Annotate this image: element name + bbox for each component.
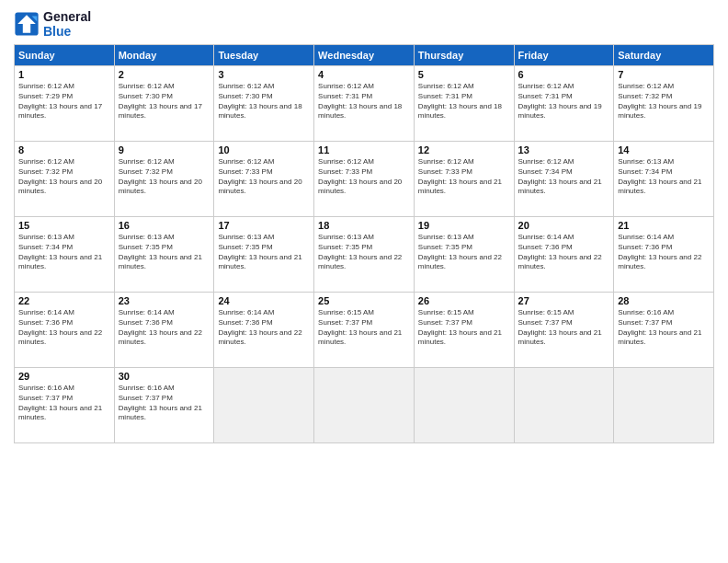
weekday-header-sunday: Sunday bbox=[15, 45, 115, 66]
day-number: 17 bbox=[218, 220, 310, 231]
day-cell: 1 Sunrise: 6:12 AM Sunset: 7:29 PM Dayli… bbox=[15, 66, 115, 142]
day-cell: 20 Sunrise: 6:14 AM Sunset: 7:36 PM Dayl… bbox=[514, 217, 614, 293]
day-cell: 3 Sunrise: 6:12 AM Sunset: 7:30 PM Dayli… bbox=[214, 66, 314, 142]
logo: General Blue bbox=[14, 9, 91, 39]
day-info: Sunrise: 6:12 AM Sunset: 7:33 PM Dayligh… bbox=[418, 157, 510, 197]
day-number: 9 bbox=[119, 144, 210, 155]
logo-icon bbox=[14, 11, 40, 37]
day-cell: 28 Sunrise: 6:16 AM Sunset: 7:37 PM Dayl… bbox=[614, 293, 714, 368]
day-info: Sunrise: 6:13 AM Sunset: 7:35 PM Dayligh… bbox=[218, 233, 310, 272]
day-number: 30 bbox=[119, 371, 210, 382]
day-number: 11 bbox=[318, 144, 410, 155]
day-cell: 10 Sunrise: 6:12 AM Sunset: 7:33 PM Dayl… bbox=[214, 142, 314, 217]
day-info: Sunrise: 6:15 AM Sunset: 7:37 PM Dayligh… bbox=[318, 308, 410, 348]
day-info: Sunrise: 6:12 AM Sunset: 7:33 PM Dayligh… bbox=[318, 157, 410, 197]
day-info: Sunrise: 6:12 AM Sunset: 7:31 PM Dayligh… bbox=[418, 82, 510, 121]
day-number: 28 bbox=[618, 295, 710, 306]
day-cell: 27 Sunrise: 6:15 AM Sunset: 7:37 PM Dayl… bbox=[514, 293, 614, 368]
day-number: 14 bbox=[618, 144, 710, 155]
day-info: Sunrise: 6:16 AM Sunset: 7:37 PM Dayligh… bbox=[119, 384, 210, 423]
weekday-header-wednesday: Wednesday bbox=[314, 45, 415, 66]
empty-cell bbox=[314, 368, 415, 443]
day-number: 29 bbox=[18, 371, 110, 382]
day-cell: 11 Sunrise: 6:12 AM Sunset: 7:33 PM Dayl… bbox=[314, 142, 415, 217]
day-cell: 30 Sunrise: 6:16 AM Sunset: 7:37 PM Dayl… bbox=[114, 368, 214, 443]
day-number: 13 bbox=[518, 144, 610, 155]
day-number: 8 bbox=[18, 144, 110, 155]
day-info: Sunrise: 6:13 AM Sunset: 7:34 PM Dayligh… bbox=[18, 233, 110, 272]
day-number: 4 bbox=[318, 69, 410, 80]
day-number: 1 bbox=[18, 69, 110, 80]
day-info: Sunrise: 6:12 AM Sunset: 7:29 PM Dayligh… bbox=[18, 82, 110, 121]
calendar-week-row: 8 Sunrise: 6:12 AM Sunset: 7:32 PM Dayli… bbox=[15, 142, 714, 217]
day-cell: 5 Sunrise: 6:12 AM Sunset: 7:31 PM Dayli… bbox=[414, 66, 514, 142]
day-info: Sunrise: 6:13 AM Sunset: 7:35 PM Dayligh… bbox=[119, 233, 210, 272]
day-cell: 19 Sunrise: 6:13 AM Sunset: 7:35 PM Dayl… bbox=[414, 217, 514, 293]
day-number: 12 bbox=[418, 144, 510, 155]
day-cell: 4 Sunrise: 6:12 AM Sunset: 7:31 PM Dayli… bbox=[314, 66, 415, 142]
day-info: Sunrise: 6:12 AM Sunset: 7:32 PM Dayligh… bbox=[18, 157, 110, 197]
day-info: Sunrise: 6:12 AM Sunset: 7:30 PM Dayligh… bbox=[218, 82, 310, 121]
day-cell: 24 Sunrise: 6:14 AM Sunset: 7:36 PM Dayl… bbox=[214, 293, 314, 368]
day-cell: 21 Sunrise: 6:14 AM Sunset: 7:36 PM Dayl… bbox=[614, 217, 714, 293]
day-number: 3 bbox=[218, 69, 310, 80]
day-info: Sunrise: 6:14 AM Sunset: 7:36 PM Dayligh… bbox=[218, 308, 310, 348]
day-cell: 7 Sunrise: 6:12 AM Sunset: 7:32 PM Dayli… bbox=[614, 66, 714, 142]
day-info: Sunrise: 6:14 AM Sunset: 7:36 PM Dayligh… bbox=[518, 233, 610, 272]
day-number: 26 bbox=[418, 295, 510, 306]
day-info: Sunrise: 6:13 AM Sunset: 7:34 PM Dayligh… bbox=[618, 157, 710, 197]
day-info: Sunrise: 6:12 AM Sunset: 7:32 PM Dayligh… bbox=[618, 82, 710, 121]
day-cell: 26 Sunrise: 6:15 AM Sunset: 7:37 PM Dayl… bbox=[414, 293, 514, 368]
day-cell: 29 Sunrise: 6:16 AM Sunset: 7:37 PM Dayl… bbox=[15, 368, 115, 443]
calendar-week-row: 29 Sunrise: 6:16 AM Sunset: 7:37 PM Dayl… bbox=[15, 368, 714, 443]
day-cell: 13 Sunrise: 6:12 AM Sunset: 7:34 PM Dayl… bbox=[514, 142, 614, 217]
day-number: 19 bbox=[418, 220, 510, 231]
day-info: Sunrise: 6:12 AM Sunset: 7:32 PM Dayligh… bbox=[119, 157, 210, 197]
weekday-header-tuesday: Tuesday bbox=[214, 45, 314, 66]
day-number: 24 bbox=[218, 295, 310, 306]
logo-text: General Blue bbox=[43, 9, 91, 39]
day-number: 18 bbox=[318, 220, 410, 231]
empty-cell bbox=[614, 368, 714, 443]
day-cell: 18 Sunrise: 6:13 AM Sunset: 7:35 PM Dayl… bbox=[314, 217, 415, 293]
day-cell: 2 Sunrise: 6:12 AM Sunset: 7:30 PM Dayli… bbox=[114, 66, 214, 142]
day-number: 21 bbox=[618, 220, 710, 231]
day-info: Sunrise: 6:15 AM Sunset: 7:37 PM Dayligh… bbox=[518, 308, 610, 348]
day-info: Sunrise: 6:12 AM Sunset: 7:31 PM Dayligh… bbox=[318, 82, 410, 121]
calendar-table: SundayMondayTuesdayWednesdayThursdayFrid… bbox=[14, 44, 714, 443]
empty-cell bbox=[214, 368, 314, 443]
day-cell: 6 Sunrise: 6:12 AM Sunset: 7:31 PM Dayli… bbox=[514, 66, 614, 142]
day-info: Sunrise: 6:14 AM Sunset: 7:36 PM Dayligh… bbox=[119, 308, 210, 348]
day-number: 16 bbox=[119, 220, 210, 231]
day-cell: 15 Sunrise: 6:13 AM Sunset: 7:34 PM Dayl… bbox=[15, 217, 115, 293]
day-cell: 9 Sunrise: 6:12 AM Sunset: 7:32 PM Dayli… bbox=[114, 142, 214, 217]
calendar-week-row: 15 Sunrise: 6:13 AM Sunset: 7:34 PM Dayl… bbox=[15, 217, 714, 293]
day-cell: 8 Sunrise: 6:12 AM Sunset: 7:32 PM Dayli… bbox=[15, 142, 115, 217]
day-cell: 22 Sunrise: 6:14 AM Sunset: 7:36 PM Dayl… bbox=[15, 293, 115, 368]
empty-cell bbox=[514, 368, 614, 443]
day-info: Sunrise: 6:15 AM Sunset: 7:37 PM Dayligh… bbox=[418, 308, 510, 348]
day-info: Sunrise: 6:13 AM Sunset: 7:35 PM Dayligh… bbox=[418, 233, 510, 272]
empty-cell bbox=[414, 368, 514, 443]
day-number: 6 bbox=[518, 69, 610, 80]
day-info: Sunrise: 6:16 AM Sunset: 7:37 PM Dayligh… bbox=[18, 384, 110, 423]
day-info: Sunrise: 6:12 AM Sunset: 7:34 PM Dayligh… bbox=[518, 157, 610, 197]
day-info: Sunrise: 6:14 AM Sunset: 7:36 PM Dayligh… bbox=[618, 233, 710, 272]
calendar-week-row: 22 Sunrise: 6:14 AM Sunset: 7:36 PM Dayl… bbox=[15, 293, 714, 368]
page-header: General Blue bbox=[14, 9, 714, 39]
day-info: Sunrise: 6:16 AM Sunset: 7:37 PM Dayligh… bbox=[618, 308, 710, 348]
day-number: 22 bbox=[18, 295, 110, 306]
day-cell: 12 Sunrise: 6:12 AM Sunset: 7:33 PM Dayl… bbox=[414, 142, 514, 217]
day-number: 27 bbox=[518, 295, 610, 306]
day-cell: 17 Sunrise: 6:13 AM Sunset: 7:35 PM Dayl… bbox=[214, 217, 314, 293]
day-number: 20 bbox=[518, 220, 610, 231]
day-number: 23 bbox=[119, 295, 210, 306]
day-number: 15 bbox=[18, 220, 110, 231]
day-cell: 23 Sunrise: 6:14 AM Sunset: 7:36 PM Dayl… bbox=[114, 293, 214, 368]
day-info: Sunrise: 6:13 AM Sunset: 7:35 PM Dayligh… bbox=[318, 233, 410, 272]
calendar-week-row: 1 Sunrise: 6:12 AM Sunset: 7:29 PM Dayli… bbox=[15, 66, 714, 142]
day-cell: 14 Sunrise: 6:13 AM Sunset: 7:34 PM Dayl… bbox=[614, 142, 714, 217]
weekday-header-monday: Monday bbox=[114, 45, 214, 66]
calendar-page: General Blue SundayMondayTuesdayWednesda… bbox=[0, 0, 728, 563]
day-info: Sunrise: 6:12 AM Sunset: 7:31 PM Dayligh… bbox=[518, 82, 610, 121]
